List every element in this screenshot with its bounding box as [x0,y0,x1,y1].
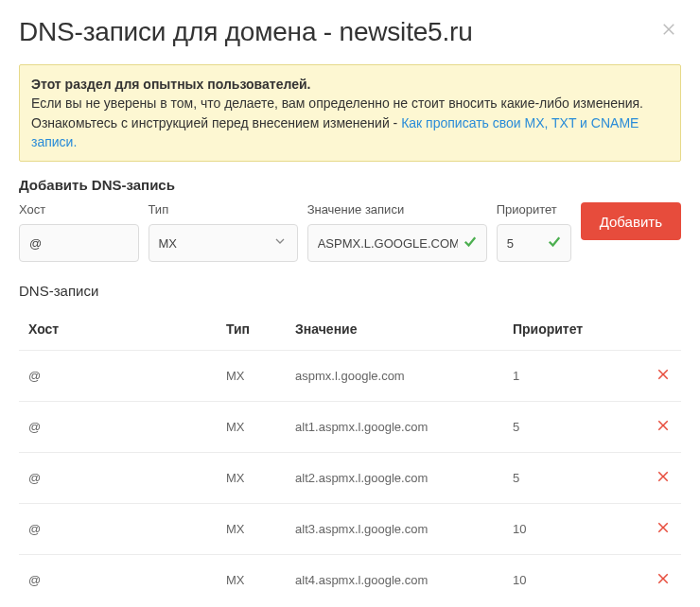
cell-type: MX [217,351,286,402]
table-row: @MXalt3.aspmx.l.google.com10 [19,504,681,555]
page-title: DNS-записи для домена - newsite5.ru [19,17,473,47]
priority-label: Приоритет [497,202,571,217]
delete-icon [655,474,672,488]
cell-value: alt4.aspmx.l.google.com [286,555,503,606]
cell-host: @ [19,453,217,504]
cell-host: @ [19,402,217,453]
cell-value: alt3.aspmx.l.google.com [286,504,503,555]
value-input[interactable]: ASPMX.L.GOOGLE.COM [307,224,487,262]
warning-line2: Если вы не уверены в том, что делаете, в… [31,95,643,111]
cell-value: alt1.aspmx.l.google.com [286,402,503,453]
delete-icon [655,423,672,437]
add-record-form: Хост @ Тип MX Значение записи ASPMX.L.GO… [19,202,681,262]
delete-icon [655,372,672,386]
type-select[interactable]: MX [149,224,298,262]
add-record-heading: Добавить DNS-запись [19,177,681,193]
cell-value: alt2.aspmx.l.google.com [286,453,503,504]
delete-button[interactable] [655,468,672,485]
cell-priority: 10 [503,504,621,555]
table-row: @MXalt1.aspmx.l.google.com5 [19,402,681,453]
cell-host: @ [19,351,217,402]
priority-input[interactable]: 5 [497,224,571,262]
warning-heading: Этот раздел для опытных пользователей. [31,77,310,92]
check-icon [546,233,563,253]
value-label: Значение записи [307,202,487,217]
close-button[interactable] [656,17,681,42]
check-icon [462,233,479,253]
cell-host: @ [19,555,217,606]
cell-priority: 5 [503,402,621,453]
cell-priority: 5 [503,453,621,504]
cell-type: MX [217,504,286,555]
table-row: @MXalt4.aspmx.l.google.com10 [19,555,681,606]
delete-button[interactable] [655,417,672,434]
col-header-type: Тип [217,310,286,351]
add-button[interactable]: Добавить [581,202,681,240]
delete-button[interactable] [655,519,672,536]
warning-box: Этот раздел для опытных пользователей. Е… [19,64,681,162]
cell-value: aspmx.l.google.com [286,351,503,402]
cell-type: MX [217,453,286,504]
host-label: Хост [19,202,139,217]
cell-host: @ [19,504,217,555]
type-label: Тип [149,202,298,217]
col-header-value: Значение [286,310,503,351]
table-row: @MXalt2.aspmx.l.google.com5 [19,453,681,504]
delete-icon [655,525,672,539]
warning-line3-prefix: Ознакомьтесь с инструкцией перед внесени… [31,115,401,130]
delete-button[interactable] [655,366,672,383]
records-heading: DNS-записи [19,283,681,299]
col-header-host: Хост [19,310,217,351]
records-table: Хост Тип Значение Приоритет @MXaspmx.l.g… [19,310,681,605]
cell-priority: 10 [503,555,621,606]
table-row: @MXaspmx.l.google.com1 [19,351,681,402]
delete-icon [655,576,672,590]
delete-button[interactable] [655,570,672,587]
close-icon [660,25,677,41]
cell-type: MX [217,402,286,453]
cell-type: MX [217,555,286,606]
col-header-priority: Приоритет [503,310,621,351]
host-input[interactable]: @ [19,224,139,262]
cell-priority: 1 [503,351,621,402]
